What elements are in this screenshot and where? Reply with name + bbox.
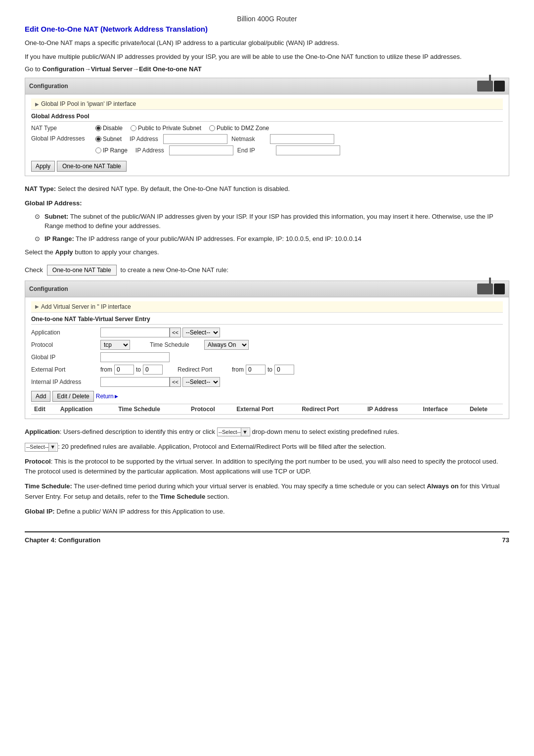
apply-text-2: button to apply your changes. bbox=[73, 248, 159, 256]
ext-from-input[interactable] bbox=[114, 365, 134, 375]
iprange-row: IP Range IP Address End IP bbox=[95, 145, 340, 155]
subnet-radio-input[interactable] bbox=[95, 136, 101, 142]
inline-select-text: --Select-- bbox=[219, 428, 241, 436]
protocol-select[interactable]: tcp udp both bbox=[100, 340, 130, 350]
application-chevron-btn[interactable]: << bbox=[170, 328, 181, 337]
subsection-title-1: Global Address Pool bbox=[31, 113, 503, 122]
config-panel-2-body: Add Virtual Server in '' IP interface On… bbox=[25, 297, 509, 419]
application-select[interactable]: --Select-- bbox=[182, 328, 220, 337]
netmask-input[interactable] bbox=[270, 134, 334, 144]
protocol-bottom-desc: Protocol: This is the protocol to be sup… bbox=[25, 457, 509, 476]
col-protocol: Protocol bbox=[188, 404, 233, 414]
apply-text-1: Select the bbox=[25, 248, 55, 256]
iprange-radio-input[interactable] bbox=[95, 147, 101, 153]
subnet-row: Subnet IP Address Netmask bbox=[95, 134, 340, 144]
subnet-bullet-text: The subnet of the public/WAN IP addresse… bbox=[44, 213, 493, 230]
redirect-port-inputs: from to bbox=[232, 365, 294, 375]
col-redirect-port: Redirect Port bbox=[299, 404, 364, 414]
protocol-bottom-text: : This is the protocol to be supported b… bbox=[25, 458, 498, 475]
protocol-bottom-title: Protocol bbox=[25, 458, 51, 465]
select-note: --Select--▼: 20 predefined rules are ava… bbox=[25, 442, 509, 452]
bullet-subnet: Subnet: The subnet of the public/WAN IP … bbox=[35, 212, 509, 231]
col-edit: Edit bbox=[31, 404, 57, 414]
internal-ip-select[interactable]: --Select-- bbox=[182, 377, 220, 387]
radio-disable-label: Disable bbox=[103, 125, 123, 132]
application-bottom-title: Application bbox=[25, 428, 60, 435]
ext-port-group: from to bbox=[100, 365, 163, 375]
router-icon-1 bbox=[477, 81, 493, 92]
global-ip-bottom-desc: Global IP: Define a public/ WAN IP addre… bbox=[25, 507, 509, 517]
results-table: Edit Application Time Schedule Protocol … bbox=[31, 404, 503, 415]
desc-para-2: If you have multiple public/WAN IP addre… bbox=[25, 52, 509, 62]
internal-ip-row: Internal IP Address << --Select-- bbox=[31, 377, 503, 387]
redir-from-input[interactable] bbox=[246, 365, 266, 375]
radio-dmz[interactable]: Public to DMZ Zone bbox=[209, 125, 269, 132]
router-graphic-2 bbox=[477, 284, 505, 294]
subnet-label: Subnet bbox=[103, 136, 122, 142]
time-schedule-select[interactable]: Always On bbox=[204, 340, 249, 350]
desc-section-1: NAT Type: Select the desired NAT type. B… bbox=[25, 184, 509, 258]
application-row: Application << --Select-- bbox=[31, 328, 503, 337]
desc-para-1: One-to-One NAT maps a specific private/l… bbox=[25, 38, 509, 48]
redirect-port-group: Redirect Port from to bbox=[178, 365, 294, 375]
application-input[interactable] bbox=[100, 328, 170, 337]
antenna-1 bbox=[489, 75, 491, 82]
page-header: Billion 400G Router bbox=[25, 15, 509, 23]
end-ip-input[interactable] bbox=[276, 145, 340, 155]
end-ip-label: End IP bbox=[237, 147, 272, 154]
config-panel-2: Configuration Add Virtual Server in '' I… bbox=[25, 281, 509, 419]
apply-button[interactable]: Apply bbox=[31, 161, 55, 172]
iprange-bullet-title: IP Range: bbox=[44, 235, 74, 242]
subnet-bullet-title: Subnet: bbox=[44, 213, 68, 220]
radio-subnet-input[interactable] bbox=[131, 125, 136, 131]
config1-buttons: Apply One-to-one NAT Table bbox=[31, 161, 503, 172]
global-ip-input[interactable] bbox=[100, 352, 170, 362]
iprange-radio-label[interactable]: IP Range bbox=[95, 147, 128, 154]
inline-select-demo-2: --Select--▼ bbox=[25, 443, 58, 452]
section-row-2-label: Add Virtual Server in '' IP interface bbox=[41, 303, 131, 310]
netmask-label: Netmask bbox=[231, 136, 266, 142]
check-prefix: Check bbox=[25, 266, 43, 274]
check-nat-table-btn[interactable]: One-to-one NAT Table bbox=[47, 265, 117, 276]
radio-dmz-input[interactable] bbox=[209, 125, 215, 131]
results-table-header-row: Edit Application Time Schedule Protocol … bbox=[31, 404, 503, 414]
nat-type-title: NAT Type: bbox=[25, 185, 56, 192]
radio-disable-input[interactable] bbox=[95, 125, 101, 131]
nav-path: Configuration→Virtual Server→Edit One-to… bbox=[42, 65, 201, 73]
ip-address-label-2: IP Address bbox=[135, 147, 165, 154]
time-schedule-group: Time Schedule Always On bbox=[150, 340, 249, 350]
radio-subnet[interactable]: Public to Private Subnet bbox=[131, 125, 201, 132]
router-icon-4 bbox=[494, 284, 505, 294]
col-delete: Delete bbox=[467, 404, 503, 414]
nat-type-label: NAT Type bbox=[31, 125, 95, 132]
return-link[interactable]: Return bbox=[96, 393, 118, 400]
add-button[interactable]: Add bbox=[31, 391, 50, 402]
ext-port-label: External Port bbox=[31, 366, 100, 373]
section-row-1-label: Global IP Pool in 'ipwan' IP interface bbox=[41, 100, 136, 107]
redir-to-input[interactable] bbox=[274, 365, 294, 375]
nat-type-row: NAT Type Disable Public to Private Subne… bbox=[31, 125, 503, 132]
ext-to-input[interactable] bbox=[143, 365, 163, 375]
subnet-radio-label[interactable]: Subnet bbox=[95, 136, 122, 142]
application-bottom-text2: drop-down menu to select existing predef… bbox=[250, 428, 399, 435]
time-schedule-bottom-title: Time Schedule: bbox=[25, 482, 72, 490]
nat-table-button[interactable]: One-to-one NAT Table bbox=[57, 161, 127, 172]
radio-disable[interactable]: Disable bbox=[95, 125, 123, 132]
edit-delete-button[interactable]: Edit / Delete bbox=[52, 391, 93, 402]
global-ip-desc-title: Global IP Address: bbox=[25, 198, 509, 209]
nav-instruction: Go to Configuration→Virtual Server→Edit … bbox=[25, 65, 509, 73]
subnet-ip-input[interactable] bbox=[163, 134, 227, 144]
ports-row: External Port from to Redirect Port from… bbox=[31, 365, 503, 375]
nav-prefix: Go to bbox=[25, 65, 42, 73]
nat-type-options: Disable Public to Private Subnet Public … bbox=[95, 125, 269, 132]
config-panel-1: Configuration Global IP Pool in 'ipwan' … bbox=[25, 78, 509, 176]
ip-address-label-1: IP Address bbox=[130, 136, 159, 142]
config-panel-1-header: Configuration bbox=[25, 78, 509, 94]
time-schedule-bottom-desc: Time Schedule: The user-defined time per… bbox=[25, 481, 509, 501]
col-time-schedule: Time Schedule bbox=[115, 404, 188, 414]
select-note-text: : 20 predefined rules are available. App… bbox=[58, 443, 386, 450]
internal-ip-chevron-btn[interactable]: << bbox=[170, 377, 181, 387]
ext-to-label: to bbox=[136, 366, 141, 373]
internal-ip-input[interactable] bbox=[100, 377, 170, 387]
iprange-ip-input[interactable] bbox=[169, 145, 233, 155]
